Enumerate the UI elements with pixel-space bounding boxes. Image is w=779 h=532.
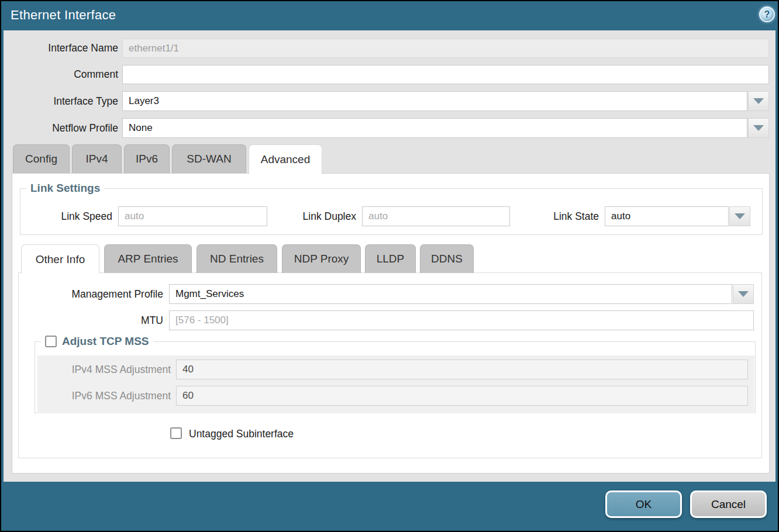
interface-type-dropdown[interactable] [122, 91, 769, 111]
netflow-profile-label: Netflow Profile [1, 118, 118, 138]
adjust-tcp-mss-legend: Adjust TCP MSS [62, 335, 149, 348]
management-profile-label: Management Profile [36, 284, 163, 304]
comment-field[interactable] [122, 65, 769, 84]
link-state-dropdown-button[interactable] [729, 206, 750, 226]
ipv6-mss-field [176, 386, 748, 406]
untagged-subinterface-checkbox[interactable] [170, 427, 182, 439]
tab-other-info[interactable]: Other Info [21, 244, 99, 274]
management-profile-value[interactable] [169, 284, 732, 304]
ok-button[interactable]: OK [605, 490, 682, 518]
mtu-label: MTU [36, 310, 163, 330]
netflow-profile-value[interactable] [122, 118, 747, 138]
titlebar: Ethernet Interface ? [1, 1, 778, 30]
chevron-down-icon [738, 291, 749, 297]
interface-name-field [122, 39, 769, 58]
netflow-profile-dropdown[interactable] [122, 118, 769, 138]
dialog-title: Ethernet Interface [11, 8, 116, 23]
interface-type-dropdown-button[interactable] [748, 91, 769, 111]
tab-advanced[interactable]: Advanced [249, 144, 322, 174]
link-duplex-field[interactable] [362, 206, 510, 226]
tab-ndp-proxy[interactable]: NDP Proxy [282, 244, 361, 273]
link-speed-label: Link Speed [19, 206, 112, 226]
interface-type-label: Interface Type [1, 91, 118, 111]
chevron-down-icon [753, 98, 764, 104]
ipv4-mss-field [176, 360, 748, 379]
tab-config[interactable]: Config [13, 144, 70, 173]
link-settings-legend: Link Settings [30, 182, 100, 195]
untagged-subinterface-label: Untagged Subinterface [189, 428, 294, 440]
interface-name-label: Interface Name [1, 39, 118, 58]
ipv6-mss-label: IPv6 MSS Adjustment [48, 386, 171, 406]
tab-ipv6[interactable]: IPv6 [124, 144, 170, 173]
link-state-value[interactable] [605, 206, 729, 226]
tab-sdwan[interactable]: SD-WAN [172, 144, 246, 173]
interface-type-value[interactable] [122, 91, 747, 111]
comment-label: Comment [1, 65, 118, 84]
tab-lldp[interactable]: LLDP [365, 244, 416, 273]
ethernet-interface-dialog: Ethernet Interface ? Interface Name Comm… [0, 0, 779, 532]
cancel-button[interactable]: Cancel [690, 490, 767, 518]
adjust-tcp-mss-checkbox[interactable] [45, 336, 57, 347]
link-state-label: Link State [516, 206, 599, 226]
link-duplex-label: Link Duplex [276, 206, 356, 226]
chevron-down-icon [753, 125, 764, 131]
chevron-down-icon [735, 213, 745, 219]
link-speed-field[interactable] [118, 206, 267, 226]
mtu-field[interactable] [169, 310, 754, 330]
tab-arp-entries[interactable]: ARP Entries [104, 244, 192, 273]
link-state-dropdown[interactable] [605, 206, 750, 226]
tab-ddns[interactable]: DDNS [420, 244, 474, 273]
tab-ipv4[interactable]: IPv4 [72, 144, 122, 173]
help-icon[interactable]: ? [759, 6, 775, 22]
netflow-profile-dropdown-button[interactable] [748, 118, 769, 138]
management-profile-dropdown-button[interactable] [733, 284, 754, 304]
ipv4-mss-label: IPv4 MSS Adjustment [48, 360, 171, 379]
tab-nd-entries[interactable]: ND Entries [197, 244, 277, 273]
management-profile-dropdown[interactable] [169, 284, 754, 304]
